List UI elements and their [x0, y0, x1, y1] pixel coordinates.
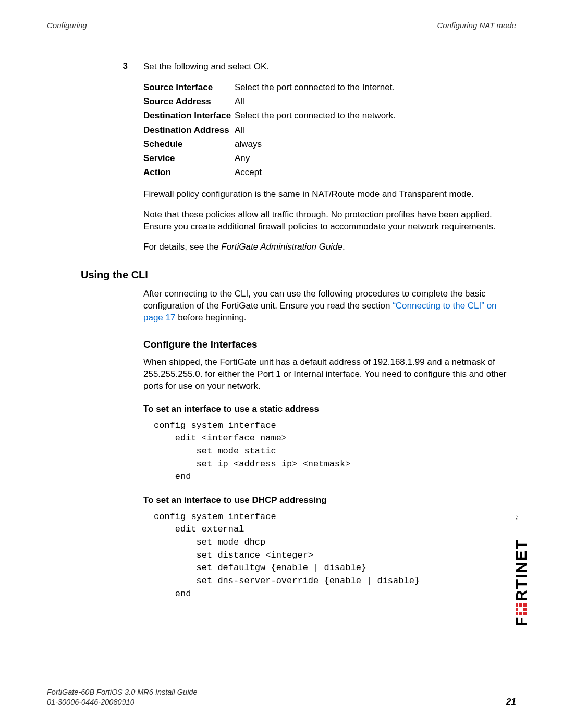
- param-label: Source Interface: [143, 80, 235, 94]
- footer-left: FortiGate-60B FortiOS 3.0 MR6 Install Gu…: [47, 687, 198, 707]
- text-span: For details, see the: [143, 242, 221, 252]
- param-value: Accept: [235, 165, 516, 179]
- text-span: before beginning.: [175, 313, 246, 323]
- text-span: .: [342, 242, 345, 252]
- svg-rect-1: [516, 612, 518, 615]
- page-number: 21: [506, 697, 516, 707]
- step-number: 3: [81, 61, 143, 73]
- fortinet-logo: F RTINET ®: [516, 507, 537, 634]
- param-row: Destination AddressAll: [143, 123, 516, 137]
- svg-rect-3: [516, 603, 518, 607]
- code-block-static: config system interface edit <interface_…: [154, 419, 516, 484]
- param-value: All: [235, 123, 516, 137]
- param-value: All: [235, 94, 516, 108]
- footer-doc-id: 01-30006-0446-20080910: [47, 697, 198, 707]
- task-heading-dhcp: To set an interface to use DHCP addressi…: [143, 495, 516, 505]
- param-label: Action: [143, 165, 235, 179]
- header-left: Configuring: [47, 21, 87, 30]
- svg-rect-7: [523, 608, 527, 611]
- header-right: Configuring NAT mode: [437, 21, 516, 30]
- params-block: Source InterfaceSelect the port connecte…: [143, 80, 516, 253]
- param-value: Select the port connected to the network…: [235, 108, 516, 122]
- param-label: Service: [143, 151, 235, 165]
- svg-text:®: ®: [516, 515, 519, 520]
- note-paragraph: Note that these policies allow all traff…: [143, 209, 516, 233]
- cli-intro: After connecting to the CLI, you can use…: [143, 288, 516, 324]
- page: Configuring Configuring NAT mode 3 Set t…: [0, 0, 563, 728]
- param-value: Any: [235, 151, 516, 165]
- page-header: Configuring Configuring NAT mode: [47, 21, 516, 30]
- heading-using-cli: Using the CLI: [81, 269, 516, 281]
- svg-rect-4: [519, 612, 522, 615]
- svg-rect-2: [516, 608, 518, 611]
- page-footer: FortiGate-60B FortiOS 3.0 MR6 Install Gu…: [47, 687, 516, 707]
- content-area: 3 Set the following and select OK. Sourc…: [81, 61, 516, 600]
- svg-text:RTINET: RTINET: [516, 539, 530, 601]
- note-paragraph: Firewall policy configuration is the sam…: [143, 189, 516, 201]
- param-label: Schedule: [143, 137, 235, 151]
- param-value: always: [235, 137, 516, 151]
- fortinet-logo-icon: F RTINET ®: [516, 507, 537, 634]
- param-label: Source Address: [143, 94, 235, 108]
- param-table: Source InterfaceSelect the port connecte…: [143, 80, 516, 179]
- param-row: Schedulealways: [143, 137, 516, 151]
- param-value: Select the port connected to the Interne…: [235, 80, 516, 94]
- note-paragraph: For details, see the FortiGate Administr…: [143, 241, 516, 253]
- param-row: Source AddressAll: [143, 94, 516, 108]
- task-heading-static: To set an interface to use a static addr…: [143, 404, 516, 414]
- param-row: Source InterfaceSelect the port connecte…: [143, 80, 516, 94]
- param-label: Destination Interface: [143, 108, 235, 122]
- code-block-dhcp: config system interface edit external se…: [154, 511, 516, 600]
- svg-rect-6: [523, 612, 527, 615]
- cli-intro-block: After connecting to the CLI, you can use…: [143, 288, 516, 324]
- configure-interfaces-text: When shipped, the FortiGate unit has a d…: [143, 356, 516, 392]
- step-row: 3 Set the following and select OK.: [81, 61, 516, 73]
- footer-guide-title: FortiGate-60B FortiOS 3.0 MR6 Install Gu…: [47, 687, 198, 697]
- svg-text:F: F: [516, 616, 530, 626]
- heading-configure-interfaces: Configure the interfaces: [143, 339, 516, 350]
- step-text: Set the following and select OK.: [143, 61, 516, 73]
- param-row: ServiceAny: [143, 151, 516, 165]
- param-label: Destination Address: [143, 123, 235, 137]
- svg-rect-8: [523, 603, 527, 607]
- param-row: ActionAccept: [143, 165, 516, 179]
- svg-rect-5: [519, 603, 522, 607]
- guide-title: FortiGate Administration Guide: [221, 242, 342, 252]
- param-row: Destination InterfaceSelect the port con…: [143, 108, 516, 122]
